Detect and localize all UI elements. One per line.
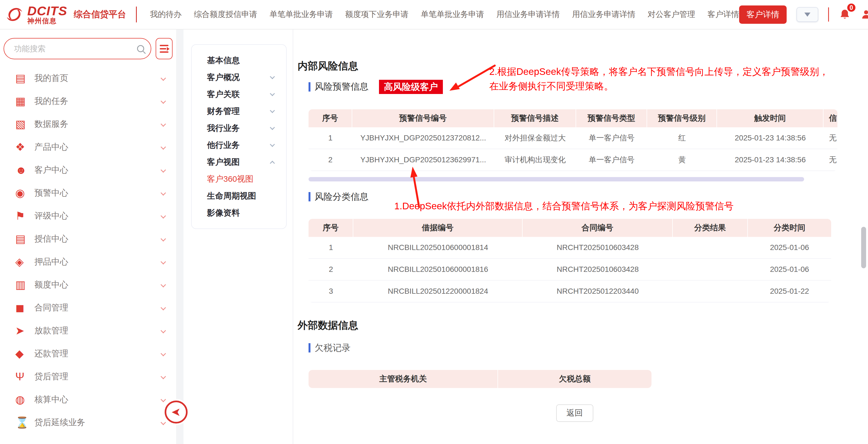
body-layout: ▤ 我的首页 ▦ 我的任务 ▧ 数据服务 ❖ 产品中心 bbox=[0, 30, 868, 444]
submenu-item[interactable]: 客户360视图 bbox=[192, 171, 286, 187]
sidebar-menu-item[interactable]: ▤ 授信中心 bbox=[0, 227, 176, 250]
sidebar-item-label: 授信中心 bbox=[34, 233, 161, 244]
table-row[interactable]: 1NRCBILL2025010600001814NRCHT20250106034… bbox=[309, 237, 831, 259]
sidebar-item-label: 评级中心 bbox=[34, 210, 161, 221]
sidebar-menu-item[interactable]: ⌛ 贷后延续业务 bbox=[0, 411, 176, 434]
submenu-item[interactable]: 财务管理 bbox=[192, 103, 286, 120]
tax-arrears-section-title: 欠税记录 bbox=[314, 342, 350, 354]
table1-horizontal-scrollbar[interactable] bbox=[309, 177, 804, 181]
notifications-button[interactable]: 0 bbox=[839, 8, 851, 21]
active-tab-customer-detail-button[interactable]: 客户详情 bbox=[739, 5, 787, 24]
table-cell: 3 bbox=[309, 280, 353, 302]
brand-divider bbox=[136, 6, 137, 22]
table-row[interactable]: 2YJBHYJXH_DGP20250123629971...审计机构出现变化单一… bbox=[309, 149, 837, 171]
submenu-item-label: 客户视图 bbox=[207, 156, 271, 168]
topnav-item[interactable]: 我的待办 bbox=[150, 9, 182, 20]
back-button[interactable]: 返回 bbox=[556, 404, 593, 422]
sidebar-item-label: 贷后延续业务 bbox=[34, 417, 161, 428]
topnav-item[interactable]: 客户详情 bbox=[708, 9, 739, 20]
table-cell bbox=[673, 237, 748, 259]
user-profile-button[interactable] bbox=[861, 9, 868, 20]
topnav-item[interactable]: 单笔单批业务申请 bbox=[270, 9, 333, 20]
credit-card-icon: ▤ bbox=[15, 233, 31, 244]
sidebar-menu-item[interactable]: ◉ 预警中心 bbox=[0, 181, 176, 204]
table-row[interactable]: 2NRCBILL2025010600001816NRCHT20250106034… bbox=[309, 259, 831, 280]
table-row[interactable]: 1YJBHYJXH_DGP20250123720812...对外担保金额过大单一… bbox=[309, 127, 837, 149]
chevron-icon bbox=[270, 74, 275, 79]
sidebar-item-label: 贷后管理 bbox=[34, 371, 161, 382]
submenu-item[interactable]: 他行业务 bbox=[192, 137, 286, 153]
sidebar-menu-item[interactable]: ◈ 押品中心 bbox=[0, 250, 176, 273]
folder-icon: ◼ bbox=[15, 302, 31, 313]
sidebar-collapse-fab[interactable]: ➤ bbox=[165, 401, 188, 423]
table-cell: 2025-01-06 bbox=[748, 259, 831, 280]
risk-warning-section-title: 风险预警信息 bbox=[314, 81, 369, 93]
submenu-item-label: 财务管理 bbox=[207, 106, 271, 117]
table-header-row: 序号预警信号编号预警信号描述预警信号类型预警信号级别触发时间信 bbox=[309, 109, 837, 127]
menu-icon bbox=[160, 45, 168, 46]
chevron-icon bbox=[270, 91, 275, 96]
table-cell: 1 bbox=[309, 127, 352, 149]
sidebar-menu-item[interactable]: ➤ 放款管理 bbox=[0, 319, 176, 342]
sidebar-menu-item[interactable]: Ψ 贷后管理 bbox=[0, 365, 176, 388]
page-scrollbar[interactable] bbox=[861, 227, 866, 268]
table-cell bbox=[673, 280, 748, 302]
topnav-item[interactable]: 用信业务申请详情 bbox=[496, 9, 560, 20]
sidebar-item-label: 我的首页 bbox=[34, 72, 161, 84]
column-header: 借据编号 bbox=[353, 219, 523, 237]
sidebar-menu-item[interactable]: ❖ 产品中心 bbox=[0, 136, 176, 158]
table-cell: 无 bbox=[824, 149, 837, 171]
sidebar-menu-item[interactable]: ◍ 核算中心 bbox=[0, 388, 176, 411]
chevron-icon bbox=[270, 108, 275, 113]
table-cell: YJBHYJXH_DGP20250123720812... bbox=[352, 127, 494, 149]
table-cell: NRCBILL2025012200001824 bbox=[353, 280, 523, 302]
sidebar-menu-item[interactable]: ⚑ 评级中心 bbox=[0, 204, 176, 227]
submenu-item[interactable]: 客户概况 bbox=[192, 69, 286, 86]
sidebar-menu-item[interactable]: ◆ 还款管理 bbox=[0, 342, 176, 365]
table-cell: 2 bbox=[309, 149, 352, 171]
notification-count-badge: 0 bbox=[846, 3, 856, 12]
left-sidebar: ▤ 我的首页 ▦ 我的任务 ▧ 数据服务 ❖ 产品中心 bbox=[0, 30, 176, 444]
chevron-down-icon bbox=[160, 282, 166, 288]
submenu-item[interactable]: 我行业务 bbox=[192, 120, 286, 137]
sidebar-menu-item[interactable]: ◼ 合同管理 bbox=[0, 296, 176, 319]
submenu-item[interactable]: 影像资料 bbox=[192, 204, 286, 221]
sidebar-menu-item[interactable]: ▦ 我的任务 bbox=[0, 90, 176, 113]
column-header: 触发时间 bbox=[717, 109, 824, 127]
tabs-dropdown-button[interactable] bbox=[797, 7, 818, 22]
topnav-item[interactable]: 用信业务申请详情 bbox=[572, 9, 636, 20]
topnav-item[interactable]: 单笔单批业务申请 bbox=[421, 9, 484, 20]
high-risk-customer-badge: 高风险级客户 bbox=[379, 80, 443, 94]
hourglass-icon: ⌛ bbox=[15, 417, 31, 428]
submenu-item[interactable]: 客户关联 bbox=[192, 86, 286, 103]
sidebar-menu-item[interactable]: ▤ 我的首页 bbox=[0, 67, 176, 90]
table-cell: 2025-01-23 14:38:56 bbox=[717, 127, 824, 149]
submenu-item[interactable]: 基本信息 bbox=[192, 52, 286, 69]
chevron-icon bbox=[270, 125, 275, 130]
risk-classification-section-title: 风险分类信息 bbox=[314, 191, 369, 203]
calendar-icon: ▧ bbox=[15, 119, 31, 129]
sidebar-menu-item[interactable]: ▧ 数据服务 bbox=[0, 113, 176, 136]
table-cell: 审计机构出现变化 bbox=[494, 149, 576, 171]
sidebar-item-label: 放款管理 bbox=[34, 325, 161, 336]
function-search-input[interactable] bbox=[14, 44, 137, 53]
submenu-item[interactable]: 客户视图 bbox=[192, 153, 286, 171]
topbar-divider bbox=[828, 7, 829, 22]
topnav-item[interactable]: 对公客户管理 bbox=[648, 9, 695, 20]
sidebar-menu-item[interactable]: ☻ 客户中心 bbox=[0, 158, 176, 181]
sidebar-item-label: 我的任务 bbox=[34, 95, 161, 107]
topnav-item[interactable]: 额度项下业务申请 bbox=[345, 9, 408, 20]
section-bar bbox=[309, 192, 310, 201]
table-cell: NRCBILL2025010600001816 bbox=[353, 259, 523, 280]
submenu-item-label: 生命周期视图 bbox=[207, 190, 274, 202]
section-bar bbox=[309, 82, 310, 92]
topnav-item[interactable]: 综合额度授信申请 bbox=[194, 9, 257, 20]
utensils-icon: Ψ bbox=[15, 371, 31, 382]
sidebar-menu-item[interactable]: ▥ 额度中心 bbox=[0, 273, 176, 296]
chevron-down-icon bbox=[804, 12, 810, 17]
annotation-signal-detection: 1.DeepSeek依托内外部数据信息，结合预警信号体系，为客户探测风险预警信号 bbox=[394, 199, 831, 213]
submenu-item[interactable]: 生命周期视图 bbox=[192, 187, 286, 204]
menu-collapse-button[interactable] bbox=[156, 38, 173, 59]
annotation-transmission-strategy: 2.根据DeepSeek传导策略，将客户名下预警信号向上传导，定义客户预警级别，… bbox=[489, 64, 833, 93]
table-row[interactable]: 3NRCBILL2025012200001824NRCHT20250122034… bbox=[309, 280, 831, 302]
